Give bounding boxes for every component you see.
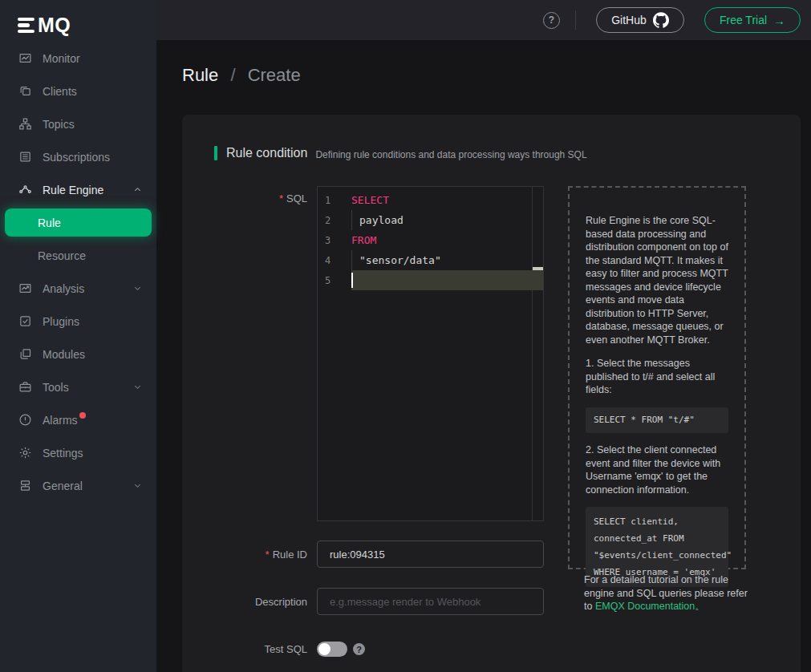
sidebar-item-label: Modules	[43, 348, 85, 361]
editor-line: 2 payload	[318, 210, 543, 230]
sidebar-item-topics[interactable]: Topics	[0, 107, 156, 140]
required-marker: *	[279, 192, 283, 204]
sql-topic-string: "sensor/data"	[359, 254, 441, 266]
sidebar-item-label: Tools	[43, 381, 69, 394]
line-number: 4	[318, 255, 351, 266]
emqx-dashboard: MQ Monitor Clients Topics	[0, 0, 811, 672]
modules-icon	[18, 347, 32, 362]
sidebar-item-clients[interactable]: Clients	[0, 75, 156, 107]
card-header: Rule condition Defining rule conditions …	[214, 146, 587, 160]
analysis-icon	[18, 281, 32, 296]
sidebar-item-general[interactable]: General	[0, 469, 156, 502]
free-trial-button[interactable]: Free Trial →	[704, 7, 801, 33]
emq-logo-bars-icon	[18, 18, 34, 34]
help-icon[interactable]: ?	[543, 12, 560, 29]
alarms-icon	[18, 413, 32, 427]
test-sql-help-icon[interactable]: ?	[353, 643, 365, 655]
description-field-label: Description	[182, 596, 307, 608]
breadcrumb-rule[interactable]: Rule	[182, 65, 218, 85]
sql-field: payload	[359, 214, 403, 226]
sidebar-item-monitor[interactable]: Monitor	[0, 42, 156, 75]
github-button[interactable]: GitHub	[596, 7, 684, 33]
rule-id-input[interactable]	[317, 540, 544, 568]
sidebar-item-label: Clients	[43, 85, 77, 98]
sidebar-item-label: Settings	[43, 447, 83, 459]
github-icon	[653, 12, 669, 28]
sidebar-item-label: General	[43, 480, 83, 492]
editor-line: 4 "sensor/data"	[318, 250, 543, 270]
toggle-knob	[318, 643, 330, 655]
test-sql-toggle[interactable]	[317, 642, 347, 657]
sidebar-item-label: Rule Engine	[43, 184, 103, 196]
chevron-down-icon[interactable]	[133, 481, 142, 490]
sql-keyword: SELECT	[351, 194, 389, 206]
main-content: Rule / Create Rule condition Defining ru…	[156, 40, 811, 672]
chevron-down-icon[interactable]	[133, 284, 142, 293]
breadcrumb-create: Create	[248, 65, 301, 85]
help-icon-glyph: ?	[549, 14, 554, 26]
line-number: 2	[318, 215, 351, 226]
code-line: connected_at FROM	[594, 530, 720, 547]
arrow-right-icon: →	[773, 14, 785, 27]
chevron-down-icon[interactable]	[133, 383, 142, 391]
sql-field-label: *SQL	[182, 192, 307, 204]
monitor-icon	[18, 51, 32, 66]
sidebar-item-label: Topics	[43, 118, 75, 131]
chevron-up-icon[interactable]	[133, 185, 142, 194]
required-marker: *	[266, 549, 270, 561]
code-line: "$events/client_connected"	[594, 547, 720, 564]
topbar-divider	[575, 10, 576, 30]
breadcrumb-separator: /	[230, 65, 235, 85]
github-button-label: GitHub	[611, 14, 647, 26]
description-input[interactable]	[317, 588, 544, 615]
subscriptions-icon	[18, 150, 32, 164]
sidebar: MQ Monitor Clients Topics	[0, 0, 156, 672]
sql-keyword: FROM	[351, 234, 376, 246]
help-example2-title: 2. Select the client connected event and…	[586, 443, 728, 496]
sidebar-item-analysis[interactable]: Analysis	[0, 272, 156, 305]
sidebar-item-label: Analysis	[43, 282, 84, 295]
clients-icon	[18, 84, 32, 99]
topics-icon	[18, 117, 32, 132]
topbar: ? GitHub Free Trial →	[156, 0, 811, 40]
sidebar-item-plugins[interactable]: Plugins	[0, 305, 156, 338]
question-glyph: ?	[356, 645, 362, 654]
emq-logo-text: MQ	[38, 15, 71, 35]
test-sql-label: Test SQL	[182, 643, 307, 655]
indent-guide	[351, 250, 352, 270]
card-subtitle: Defining rule conditions and data proces…	[315, 147, 586, 160]
sidebar-item-label: Alarms	[43, 414, 78, 427]
code-line: SELECT clientid,	[594, 513, 720, 530]
sidebar-item-label: Rule	[38, 217, 61, 229]
plugins-icon	[18, 314, 32, 329]
tools-icon	[18, 380, 32, 395]
section-accent-bar	[214, 146, 217, 160]
alarm-badge-dot	[79, 412, 86, 419]
sidebar-subitem-rule[interactable]: Rule	[5, 208, 152, 237]
server-stack-icon	[18, 479, 32, 493]
editor-scroll-cursor-marker[interactable]	[533, 267, 543, 270]
sidebar-item-label: Resource	[38, 249, 86, 262]
sidebar-item-rule-engine[interactable]: Rule Engine	[0, 173, 156, 206]
sidebar-item-subscriptions[interactable]: Subscriptions	[0, 140, 156, 173]
line-number: 1	[318, 195, 351, 206]
editor-line: 3 FROM	[318, 230, 543, 250]
breadcrumb: Rule / Create	[182, 65, 301, 86]
sidebar-item-modules[interactable]: Modules	[0, 338, 156, 370]
sidebar-nav: Monitor Clients Topics Subscriptions	[0, 42, 156, 502]
sidebar-item-label: Plugins	[43, 315, 79, 328]
rule-engine-help-panel: Rule Engine is the core SQL-based data p…	[568, 186, 746, 569]
sidebar-item-label: Monitor	[43, 52, 80, 65]
emq-logo[interactable]: MQ	[0, 0, 156, 40]
sidebar-subitem-resource[interactable]: Resource	[0, 239, 156, 272]
line-number: 5	[318, 275, 351, 286]
sidebar-item-tools[interactable]: Tools	[0, 370, 156, 403]
help-panel-footer: For a detailed tutorial on the rule engi…	[584, 573, 748, 613]
emqx-documentation-link[interactable]: EMQX Documentation	[595, 601, 695, 612]
help-intro-text: Rule Engine is the core SQL-based data p…	[586, 214, 728, 346]
free-trial-label: Free Trial	[720, 14, 767, 26]
sidebar-item-alarms[interactable]: Alarms	[0, 403, 156, 436]
editor-line: 1 SELECT	[318, 190, 543, 210]
sidebar-item-settings[interactable]: Settings	[0, 436, 156, 469]
sql-code-editor[interactable]: 1 SELECT 2 payload 3 FROM 4	[317, 186, 544, 521]
